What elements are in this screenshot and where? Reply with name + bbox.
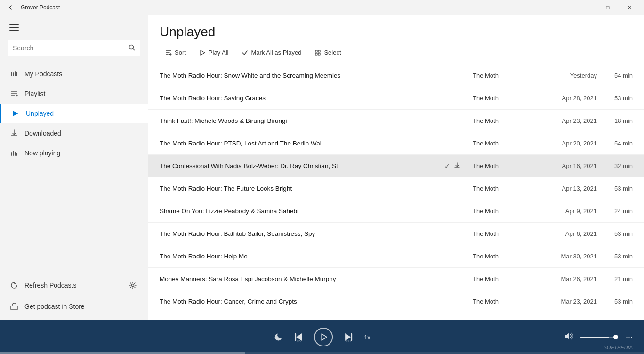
search-box[interactable] xyxy=(8,40,140,56)
skip-forward-button[interactable]: 30 xyxy=(342,331,354,343)
download-icon xyxy=(454,162,460,170)
settings-icon[interactable] xyxy=(127,280,138,291)
search-icon[interactable] xyxy=(129,44,135,52)
volume-slider[interactable] xyxy=(580,337,618,338)
select-label: Select xyxy=(324,49,341,56)
window-controls: — □ ✕ xyxy=(575,0,640,15)
volume-fill xyxy=(580,337,609,338)
episode-date: Apr 20, 2021 xyxy=(548,140,604,147)
player-controls: 15 30 1x xyxy=(274,328,370,346)
episode-podcast: The Moth xyxy=(473,275,548,282)
sidebar-item-label: Unplayed xyxy=(26,110,54,117)
page-title: Unplayed xyxy=(160,24,633,40)
sort-label: Sort xyxy=(175,49,186,56)
maximize-button[interactable]: □ xyxy=(597,0,619,15)
svg-rect-1 xyxy=(11,72,12,76)
sidebar-item-downloaded[interactable]: Downloaded xyxy=(0,123,148,143)
episode-date: Apr 28, 2021 xyxy=(548,95,604,102)
sidebar-item-playlist[interactable]: Playlist xyxy=(0,84,148,104)
play-all-icon xyxy=(199,49,206,56)
more-button[interactable]: ··· xyxy=(626,332,633,342)
episode-date: Apr 23, 2021 xyxy=(548,117,604,124)
svg-rect-3 xyxy=(15,71,16,76)
episode-title: The Moth Radio Hour: Saving Graces xyxy=(160,95,444,102)
table-row[interactable]: The Moth Radio Hour: Help Me The Moth Ma… xyxy=(148,245,644,268)
episode-podcast: The Moth xyxy=(473,140,548,147)
volume-icon[interactable] xyxy=(564,331,573,343)
back-button[interactable] xyxy=(4,1,17,14)
episode-duration: 53 min xyxy=(604,230,633,237)
table-row[interactable]: The Confessional With Nadia Bolz-Weber: … xyxy=(148,155,644,177)
svg-rect-16 xyxy=(315,50,317,52)
refresh-icon xyxy=(9,281,19,290)
speed-button[interactable]: 1x xyxy=(364,334,370,341)
table-row[interactable]: The Moth Radio Hour: Saving Graces The M… xyxy=(148,87,644,110)
refresh-label: Refresh Podcasts xyxy=(24,282,77,289)
mark-played-button[interactable]: Mark All as Played xyxy=(236,46,307,59)
now-playing-icon xyxy=(9,149,19,157)
volume-thumb[interactable] xyxy=(613,335,618,339)
episode-duration: 18 min xyxy=(604,117,633,124)
play-all-button[interactable]: Play All xyxy=(193,46,234,59)
episode-title: The Moth Radio Hour: Bathtub Sailor, Sea… xyxy=(160,230,444,237)
episode-date: Apr 6, 2021 xyxy=(548,230,604,237)
episode-duration: 32 min xyxy=(604,162,633,169)
sidebar-item-refresh[interactable]: Refresh Podcasts xyxy=(0,274,148,297)
table-row[interactable]: Shame On You: Lizzie Peabody & Samira Sa… xyxy=(148,200,644,223)
svg-rect-4 xyxy=(16,72,17,76)
episode-date: Apr 13, 2021 xyxy=(548,185,604,192)
svg-rect-22 xyxy=(351,333,352,341)
podcasts-icon xyxy=(9,70,19,78)
select-icon xyxy=(314,49,321,56)
sidebar-item-store[interactable]: Get podcast in Store xyxy=(0,297,148,316)
sidebar-item-my-podcasts[interactable]: My Podcasts xyxy=(0,64,148,84)
play-button[interactable] xyxy=(314,328,333,346)
episode-title: The Moth Radio Hour: Help Me xyxy=(160,253,444,260)
checkmark-icon: ✓ xyxy=(444,162,450,170)
episode-duration: 54 min xyxy=(604,72,633,79)
episode-title: The Confessional With Nadia Bolz-Weber: … xyxy=(160,162,444,169)
skip-back-label: 15 xyxy=(297,339,301,343)
episode-duration: 53 min xyxy=(604,95,633,102)
minimize-button[interactable]: — xyxy=(575,0,597,15)
table-row[interactable]: The Moth Radio Hour: PTSD, Lost Art and … xyxy=(148,132,644,155)
table-row[interactable]: The Moth Radio Hour: The Future Looks Br… xyxy=(148,177,644,200)
sort-button[interactable]: Sort xyxy=(160,46,192,59)
episode-title: The Moth Radio Hour: PTSD, Lost Art and … xyxy=(160,140,444,147)
sidebar-footer: Refresh Podcasts Get podcast i xyxy=(0,270,148,320)
table-row[interactable]: The Moth Radio Hour: Snow White and the … xyxy=(148,64,644,87)
sleep-button[interactable] xyxy=(274,332,283,342)
close-button[interactable]: ✕ xyxy=(619,0,640,15)
svg-marker-8 xyxy=(16,94,18,97)
table-row[interactable]: Money Manners: Sara Rosa Espi Jacobson &… xyxy=(148,268,644,290)
checkmark-icon xyxy=(242,49,248,56)
hamburger-menu[interactable] xyxy=(8,21,21,34)
svg-rect-9 xyxy=(11,152,12,156)
episode-podcast: The Moth xyxy=(473,162,548,169)
sidebar-item-now-playing[interactable]: Now playing xyxy=(0,143,148,163)
player-right: ··· xyxy=(564,331,633,343)
app-body: My Podcasts Playlist xyxy=(0,15,644,320)
episode-title: Shame On You: Lizzie Peabody & Samira Sa… xyxy=(160,208,444,215)
sidebar-item-unplayed[interactable]: Unplayed xyxy=(0,104,148,123)
progress-bar-container[interactable] xyxy=(0,352,644,354)
select-button[interactable]: Select xyxy=(309,46,346,59)
episode-duration: 54 min xyxy=(604,140,633,147)
skip-back-button[interactable]: 15 xyxy=(292,331,305,343)
svg-marker-15 xyxy=(201,50,205,55)
main-content: Unplayed Sort Play All xyxy=(148,15,644,320)
table-row[interactable]: The Moth Radio Hour: Cancer, Crime and C… xyxy=(148,290,644,313)
table-row[interactable]: Think Fast!: Michele Woods & Birungi Bir… xyxy=(148,110,644,132)
softpedia-watermark: SOFTPEDIA xyxy=(604,345,633,350)
episode-podcast: The Moth xyxy=(473,95,548,102)
episode-icons: ✓ xyxy=(444,162,473,170)
episode-title: The Moth Radio Hour: Snow White and the … xyxy=(160,72,444,79)
svg-rect-17 xyxy=(318,50,320,52)
episode-title: Money Manners: Sara Rosa Espi Jacobson &… xyxy=(160,275,444,282)
episodes-list[interactable]: The Moth Radio Hour: Snow White and the … xyxy=(148,64,644,320)
table-row[interactable]: The Moth Radio Hour: Bathtub Sailor, Sea… xyxy=(148,223,644,245)
episode-podcast: The Moth xyxy=(473,185,548,192)
episode-date: Mar 23, 2021 xyxy=(548,298,604,305)
search-input[interactable] xyxy=(13,44,129,52)
episode-podcast: The Moth xyxy=(473,298,548,305)
